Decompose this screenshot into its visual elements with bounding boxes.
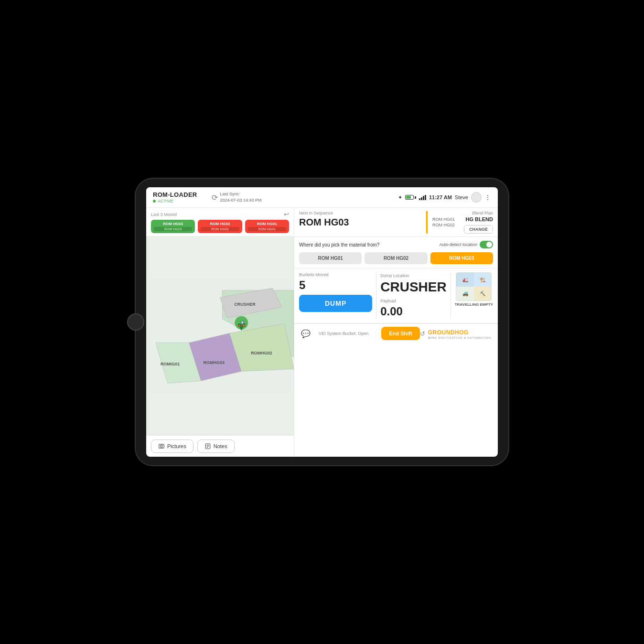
left-panel: Last 3 Moved ↩ ROM HG03 ROM HG03 ROM HG0… xyxy=(146,208,294,457)
dump-location-value: CRUSHER xyxy=(380,279,446,295)
pictures-button[interactable]: Pictures xyxy=(151,440,193,453)
svg-text:CRUSHER: CRUSHER xyxy=(234,302,256,307)
moved-card-sub-1: ROM HG02 xyxy=(201,227,239,231)
app-title: ROM-LOADER xyxy=(153,191,197,198)
status-icons: ✦ 11:27 AM xyxy=(398,192,491,203)
location-header: Where did you pick the material from? Au… xyxy=(299,241,493,248)
blend-block: Blend Plan HG BLEND CHANGE xyxy=(455,211,493,234)
header-right: ✦ 11:27 AM xyxy=(398,192,491,203)
svg-text:ROMIG01: ROMIG01 xyxy=(161,362,180,366)
dump-location-block: Dump Location CRUSHER Payload 0.00 xyxy=(380,272,446,319)
seq-next-0: ROM HG01 xyxy=(432,217,455,222)
end-shift-button[interactable]: End Shift xyxy=(381,327,419,340)
sync-label: Last Sync: xyxy=(220,192,240,196)
seq-next-1: ROM HG02 xyxy=(432,223,455,227)
blend-value: HG BLEND xyxy=(455,216,493,222)
last3-header: Last 3 Moved ↩ xyxy=(146,208,294,220)
location-buttons: ROM HG01 ROM HG02 ROM HG03 xyxy=(299,252,493,264)
moved-card-2[interactable]: ROM HG01 ROM HG01 xyxy=(245,220,289,233)
blend-label: Blend Plan xyxy=(455,211,493,215)
brand-name: GROUNDHOG xyxy=(428,329,469,336)
moved-card-title-0: ROM HG03 xyxy=(154,222,192,226)
svg-text:ROMHG02: ROMHG02 xyxy=(251,351,272,355)
battery-icon xyxy=(405,195,416,200)
svg-text:🚜: 🚜 xyxy=(237,319,246,327)
buckets-block: Buckets Moved 5 DUMP xyxy=(299,272,372,312)
active-label: ACTIVE xyxy=(158,199,173,204)
stat-divider-2 xyxy=(451,272,451,319)
buckets-label: Buckets Moved xyxy=(299,272,372,277)
moved-card-0[interactable]: ROM HG03 ROM HG03 xyxy=(151,220,195,233)
auto-detect-toggle[interactable] xyxy=(480,241,493,248)
sync-area: ⟳ Last Sync: 2024-07-03 14:43 PM xyxy=(212,191,262,203)
sync-icon: ⟳ xyxy=(212,193,218,202)
user-avatar xyxy=(471,192,482,203)
dump-location-label: Dump Location xyxy=(380,273,446,278)
location-question: Where did you pick the material from? xyxy=(299,242,379,247)
moved-card-1[interactable]: ROM HG02 ROM HG02 xyxy=(198,220,242,233)
main-content: Last 3 Moved ↩ ROM HG03 ROM HG03 ROM HG0… xyxy=(146,208,498,457)
brand-block: GROUNDHOG MINE DIGITIZATION & AUTOMATION xyxy=(428,328,491,339)
more-options-icon[interactable]: ⋮ xyxy=(484,193,491,201)
sequence-divider xyxy=(426,211,428,234)
svg-text:ROMHG03: ROMHG03 xyxy=(204,360,225,365)
stats-section: Buckets Moved 5 DUMP Dump Location CRUSH… xyxy=(294,268,498,323)
pictures-label: Pictures xyxy=(167,443,186,449)
user-name: Steve xyxy=(455,194,468,200)
active-dot xyxy=(153,200,156,203)
dump-button[interactable]: DUMP xyxy=(299,295,372,312)
bluetooth-icon: ✦ xyxy=(398,194,402,201)
moved-card-title-1: ROM HG02 xyxy=(201,222,239,226)
sequence-block: Next in Sequence ROM HG03 xyxy=(299,211,421,234)
refresh-icon[interactable]: ↺ xyxy=(420,330,425,337)
tablet-screen: ROM-LOADER ACTIVE ⟳ Last Sync: 2024-07-0… xyxy=(146,187,498,457)
location-section: Where did you pick the material from? Au… xyxy=(294,237,498,268)
auto-detect-label: Auto-detect location xyxy=(439,242,477,247)
payload-label: Payload xyxy=(380,299,446,303)
moved-card-title-2: ROM HG01 xyxy=(248,222,286,226)
last3-label: Last 3 Moved xyxy=(151,212,177,217)
notes-label: Notes xyxy=(214,443,227,449)
location-option-1[interactable]: ROM HG02 xyxy=(365,252,427,264)
sequence-label: Next in Sequence xyxy=(299,211,421,215)
sequence-section: Next in Sequence ROM HG03 ROM HG01 ROM H… xyxy=(294,208,498,237)
stat-divider xyxy=(376,272,376,319)
location-option-2[interactable]: ROM HG03 xyxy=(430,252,493,264)
toggle-knob xyxy=(486,242,492,247)
sync-text: Last Sync: 2024-07-03 14:43 PM xyxy=(220,191,262,203)
thumbnail-block: 🚛 🏗️ 🚜 ⛏️ TRAVELLING EMPTY xyxy=(455,272,493,307)
moved-card-sub-2: ROM HG01 xyxy=(248,227,286,231)
app-footer: 💬 VEI System Bucket: Open End Shift ↺ GR… xyxy=(294,323,498,343)
buckets-value: 5 xyxy=(299,279,372,292)
active-badge: ACTIVE xyxy=(153,199,197,204)
payload-value: 0.00 xyxy=(380,305,446,318)
history-icon[interactable]: ↩ xyxy=(284,211,289,218)
time-display: 11:27 AM xyxy=(429,194,452,200)
sync-date: 2024-07-03 14:43 PM xyxy=(220,198,262,203)
truck-thumbnail: 🚛 🏗️ 🚜 ⛏️ xyxy=(456,272,492,301)
change-button[interactable]: CHANGE xyxy=(464,225,493,234)
last3-items: ROM HG03 ROM HG03 ROM HG02 ROM HG02 ROM … xyxy=(146,220,294,236)
footer-right: ↺ GROUNDHOG MINE DIGITIZATION & AUTOMATI… xyxy=(420,328,491,339)
right-panel: Next in Sequence ROM HG03 ROM HG01 ROM H… xyxy=(294,208,498,457)
svg-point-15 xyxy=(161,445,163,448)
notes-button[interactable]: Notes xyxy=(197,440,235,453)
app-header: ROM-LOADER ACTIVE ⟳ Last Sync: 2024-07-0… xyxy=(146,187,498,208)
signal-bars xyxy=(419,194,426,200)
auto-detect-area: Auto-detect location xyxy=(439,241,493,248)
chat-icon[interactable]: 💬 xyxy=(301,329,311,338)
sequence-value: ROM HG03 xyxy=(299,217,421,228)
location-option-0[interactable]: ROM HG01 xyxy=(299,252,362,264)
sequence-next-list: ROM HG01 ROM HG02 xyxy=(432,211,455,234)
travelling-label: TRAVELLING EMPTY xyxy=(455,302,493,307)
bottom-buttons: Pictures Notes xyxy=(146,435,294,457)
tablet-device: ROM-LOADER ACTIVE ⟳ Last Sync: 2024-07-0… xyxy=(136,179,508,465)
vei-status: VEI System Bucket: Open xyxy=(319,331,368,336)
moved-card-sub-0: ROM HG03 xyxy=(154,227,192,231)
home-button[interactable] xyxy=(127,313,144,331)
brand-sub: MINE DIGITIZATION & AUTOMATION xyxy=(428,336,491,339)
map-area: ROM CRUSHER ROMHG03 ROMHG02 ROMIG01 xyxy=(146,236,294,435)
